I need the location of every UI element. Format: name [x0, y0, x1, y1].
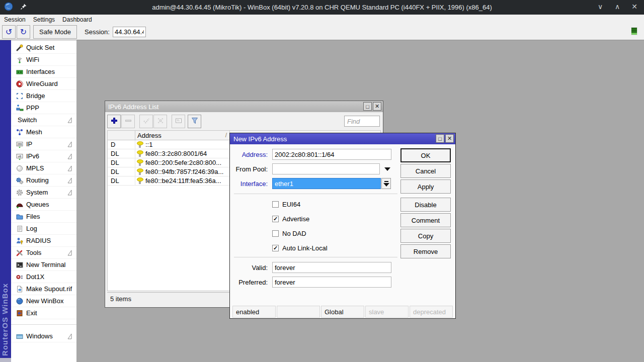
sidebar-item-wireguard[interactable]: WireGuard [11, 78, 76, 90]
sidebar-item-interfaces[interactable]: Interfaces [11, 66, 76, 78]
sidebar-item-quick-set[interactable]: Quick Set [11, 42, 76, 54]
row-address-cell: fe80::3:2c80:8001/64 [135, 149, 230, 158]
remove-button[interactable] [121, 115, 135, 128]
sidebar-item-log[interactable]: Log [11, 223, 76, 235]
submenu-arrow-icon [67, 153, 72, 161]
status-cell-enabled: enabled [232, 306, 276, 318]
dialog-titlebar[interactable]: New IPv6 Address □ ✕ [230, 133, 455, 144]
sidebar-item-bridge[interactable]: Bridge [11, 90, 76, 102]
sort-ascending-icon[interactable]: / [225, 132, 227, 139]
sidebar-item-ppp[interactable]: PPP [11, 102, 76, 114]
redo-button[interactable]: ↻ [17, 25, 30, 39]
sidebar-item-label: Bridge [26, 92, 45, 100]
sidebar-item-ipv6[interactable]: v6IPv6 [11, 150, 76, 162]
close-icon[interactable]: ✕ [445, 134, 454, 143]
disable-button[interactable] [153, 115, 167, 128]
sidebar-item-switch[interactable]: Switch [11, 114, 76, 126]
column-header-address[interactable]: Address / [135, 131, 230, 140]
from-pool-field[interactable] [272, 163, 380, 174]
sidebar-item-label: Tools [26, 249, 41, 256]
apply-button[interactable]: Apply [400, 179, 451, 194]
row-flags: DL [108, 149, 135, 158]
sidebar-item-queues[interactable]: Queues [11, 199, 76, 211]
status-cell-slave: slave [365, 306, 409, 318]
sidebar-item-tools[interactable]: Tools [11, 247, 76, 259]
list-window-title: IPv6 Address List [108, 103, 158, 111]
preferred-field[interactable] [272, 277, 391, 288]
sidebar-item-label: RADIUS [26, 237, 51, 244]
wireguard-icon [16, 80, 26, 88]
sidebar-item-routing[interactable]: Routing [11, 174, 76, 187]
interface-field[interactable] [272, 178, 381, 189]
remove-button[interactable]: Remove [400, 244, 451, 258]
app-title: admin@44.30.64.45 (MikroTik) - WinBox (6… [0, 4, 644, 11]
maximize-icon[interactable]: ∧ [613, 3, 622, 11]
app-titlebar[interactable]: admin@44.30.64.45 (MikroTik) - WinBox (6… [0, 0, 644, 15]
sidebar-item-mesh[interactable]: Mesh [11, 126, 76, 138]
sidebar-item-label: Routing [26, 176, 49, 184]
ipv6-address-icon [137, 150, 144, 157]
sidebar-item-new-terminal[interactable]: New Terminal [11, 259, 76, 271]
ok-button[interactable]: OK [400, 148, 451, 162]
checkbox-row-advertise: ✓Advertise [272, 215, 309, 223]
menu-session[interactable]: Session [4, 16, 26, 23]
sidebar-item-label: New WinBox [26, 297, 63, 305]
from-pool-dropdown-icon[interactable] [384, 167, 390, 171]
sidebar-item-dot1x[interactable]: Dot1X [11, 271, 76, 283]
close-icon[interactable]: ✕ [630, 3, 639, 11]
minimize-icon[interactable]: ∨ [596, 3, 605, 11]
submenu-arrow-icon [67, 141, 72, 149]
copy-button[interactable]: Copy [400, 229, 451, 243]
maximize-icon[interactable]: □ [363, 102, 372, 111]
add-button[interactable] [107, 115, 121, 128]
mpls-icon [16, 164, 26, 172]
exit-icon [16, 309, 26, 317]
dot1x-icon [16, 273, 26, 281]
undo-button[interactable]: ↺ [2, 25, 16, 39]
advertise-checkbox[interactable]: ✓ [272, 216, 279, 222]
sidebar-item-system[interactable]: System [11, 187, 76, 199]
auto-link-local-checkbox[interactable]: ✓ [272, 245, 279, 251]
redo-icon: ↻ [20, 27, 27, 37]
svg-text:255: 255 [17, 142, 22, 145]
sidebar-item-mpls[interactable]: MPLS [11, 162, 76, 174]
cancel-button[interactable]: Cancel [400, 164, 451, 178]
interface-dropdown-button[interactable] [381, 178, 391, 189]
checkbox-row-auto-link-local: ✓Auto Link-Local [272, 244, 328, 252]
find-input[interactable] [344, 116, 380, 127]
separator [234, 194, 397, 194]
terminal-icon [16, 261, 26, 269]
column-header-flags[interactable] [108, 131, 135, 140]
no-dad-checkbox[interactable] [272, 230, 279, 237]
menu-settings[interactable]: Settings [33, 16, 55, 23]
safe-mode-button[interactable]: Safe Mode [33, 25, 77, 39]
list-window-titlebar[interactable]: IPv6 Address List □ ✕ [105, 101, 383, 112]
session-input[interactable] [113, 27, 146, 37]
sidebar-item-files[interactable]: Files [11, 211, 76, 223]
sidebar-item-radius[interactable]: RADIUS [11, 235, 76, 247]
menubar: Session Settings Dashboard [0, 15, 644, 24]
menu-dashboard[interactable]: Dashboard [62, 16, 92, 23]
eui64-checkbox[interactable] [272, 201, 279, 208]
sidebar-item-wifi[interactable]: WiFi [11, 54, 76, 66]
sidebar-item-exit[interactable]: Exit [11, 307, 76, 319]
valid-field[interactable] [272, 262, 391, 273]
address-label: Address: [232, 151, 268, 158]
comment-button[interactable] [172, 115, 185, 128]
sidebar-item-new-winbox[interactable]: New WinBox [11, 295, 76, 307]
from-pool-label: From Pool: [232, 165, 268, 173]
close-icon[interactable]: ✕ [373, 102, 381, 111]
session-label: Session: [85, 28, 110, 36]
disable-button[interactable]: Disable [400, 198, 451, 212]
enable-button[interactable] [139, 115, 153, 128]
maximize-icon[interactable]: □ [436, 134, 444, 143]
sidebar-item-ip[interactable]: 255IP [11, 138, 76, 150]
sidebar-item-windows[interactable]: Windows [11, 330, 76, 342]
undo-icon: ↺ [6, 27, 12, 37]
brand-strip: RouterOS WinBox [0, 40, 11, 362]
sidebar-item-label: Queues [26, 201, 49, 208]
address-field[interactable] [272, 149, 391, 160]
comment-button[interactable]: Comment [400, 213, 451, 227]
sidebar-item-make-supout-rif[interactable]: Make Supout.rif [11, 283, 76, 295]
filter-button[interactable] [188, 115, 201, 128]
